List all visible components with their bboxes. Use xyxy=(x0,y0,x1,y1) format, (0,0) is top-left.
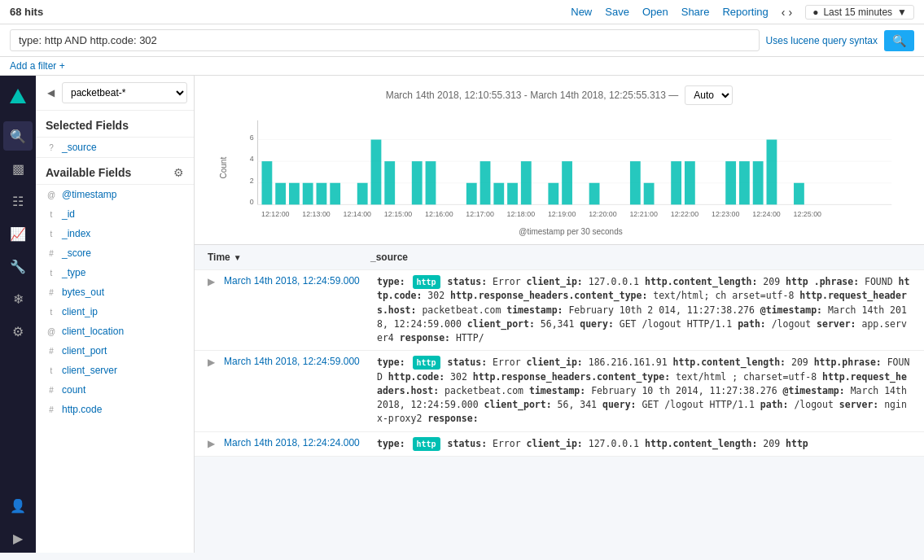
hits-count: 68 hits xyxy=(10,6,43,18)
expand-row-button[interactable]: ▶ xyxy=(208,275,217,287)
user-icon[interactable]: 👤 xyxy=(3,491,33,520)
table-row: ▶ March 14th 2018, 12:24:59.000 type: ht… xyxy=(195,270,924,351)
svg-rect-13 xyxy=(303,183,313,205)
svg-rect-34 xyxy=(739,161,750,204)
field-name-client-server: client_server xyxy=(62,365,117,376)
dev-tools-icon[interactable]: 🔧 xyxy=(3,252,33,281)
field-item-type[interactable]: t _type xyxy=(36,263,194,282)
svg-text:12:20:00: 12:20:00 xyxy=(589,210,617,218)
svg-marker-0 xyxy=(10,89,26,103)
svg-rect-16 xyxy=(357,183,368,205)
time-range-selector[interactable]: ● Last 15 minutes ▼ xyxy=(805,5,914,20)
field-item-id[interactable]: t _id xyxy=(36,204,194,224)
discover-icon[interactable]: 🔍 xyxy=(3,121,33,151)
svg-rect-37 xyxy=(794,183,804,205)
http-badge: http xyxy=(413,437,440,451)
histogram-chart: 0 2 4 6 xyxy=(234,112,908,225)
monitoring-icon[interactable]: ❄ xyxy=(3,284,33,313)
field-type-bytes-out: # xyxy=(46,288,57,297)
svg-rect-25 xyxy=(521,161,532,204)
svg-text:12:25:00: 12:25:00 xyxy=(794,210,822,218)
top-nav: 68 hits New Save Open Share Reporting ‹ … xyxy=(0,0,924,24)
timelion-icon[interactable]: 📈 xyxy=(3,219,33,248)
share-button[interactable]: Share xyxy=(681,6,710,18)
chart-wrapper: Count 0 2 4 6 xyxy=(211,112,908,236)
svg-rect-22 xyxy=(480,161,491,204)
open-button[interactable]: Open xyxy=(642,6,668,18)
search-input[interactable] xyxy=(10,29,760,51)
field-name-source: _source xyxy=(62,142,97,153)
field-item-client-port[interactable]: # client_port xyxy=(36,341,194,361)
field-item-bytes-out[interactable]: # bytes_out xyxy=(36,282,194,302)
settings-icon[interactable]: ⚙ xyxy=(3,317,33,346)
save-button[interactable]: Save xyxy=(605,6,629,18)
result-timestamp[interactable]: March 14th 2018, 12:24:59.000 xyxy=(224,356,377,367)
results-area: Time ▼ _source ▶ March 14th 2018, 12:24:… xyxy=(195,245,924,457)
fields-sidebar: ◀ packetbeat-* Selected Fields ? _source… xyxy=(36,76,195,553)
available-fields-section: Available Fields ⚙ xyxy=(36,157,194,185)
available-fields-list: @ @timestamp t _id t _index # _score t _… xyxy=(36,185,194,419)
dashboard-icon[interactable]: ☷ xyxy=(3,186,33,216)
expand-row-button[interactable]: ▶ xyxy=(208,356,217,368)
field-type-client-server: t xyxy=(46,366,57,375)
svg-text:2: 2 xyxy=(250,177,254,185)
field-type-client-location: @ xyxy=(46,327,57,336)
field-type-source: ? xyxy=(46,143,57,152)
field-item-timestamp[interactable]: @ @timestamp xyxy=(36,185,194,204)
help-icon[interactable]: ▶ xyxy=(3,523,33,553)
field-item-client-server[interactable]: t client_server xyxy=(36,361,194,380)
time-column-header[interactable]: Time ▼ xyxy=(208,252,370,263)
svg-text:12:17:00: 12:17:00 xyxy=(466,210,494,218)
svg-rect-35 xyxy=(753,161,764,204)
logo-icon[interactable] xyxy=(3,82,33,112)
index-pattern-select[interactable]: packetbeat-* xyxy=(62,82,187,103)
svg-rect-12 xyxy=(289,183,300,205)
reporting-button[interactable]: Reporting xyxy=(722,6,768,18)
next-arrow[interactable]: › xyxy=(788,6,792,19)
field-item-source[interactable]: ? _source xyxy=(36,138,194,157)
field-item-client-ip[interactable]: t client_ip xyxy=(36,302,194,322)
source-column-header: _source xyxy=(370,252,911,263)
search-bar: Uses lucene query syntax 🔍 xyxy=(0,24,924,57)
gear-icon[interactable]: ⚙ xyxy=(173,166,184,179)
interval-select[interactable]: Auto xyxy=(685,85,733,105)
field-type-score: # xyxy=(46,249,57,258)
svg-rect-33 xyxy=(725,161,736,204)
svg-rect-31 xyxy=(671,161,681,204)
svg-rect-24 xyxy=(507,183,518,205)
result-timestamp[interactable]: March 14th 2018, 12:24:59.000 xyxy=(224,275,377,287)
svg-rect-18 xyxy=(384,161,395,204)
result-timestamp[interactable]: March 14th 2018, 12:24:24.000 xyxy=(224,437,377,448)
field-item-count[interactable]: # count xyxy=(36,380,194,400)
table-row: ▶ March 14th 2018, 12:24:24.000 type: ht… xyxy=(195,432,924,457)
field-name-id: _id xyxy=(62,208,75,220)
svg-rect-36 xyxy=(767,140,777,205)
add-filter-button[interactable]: Add a filter + xyxy=(10,60,65,72)
visualize-icon[interactable]: ▩ xyxy=(3,154,33,183)
nav-arrows: ‹ › xyxy=(782,6,792,19)
available-fields-title: Available Fields xyxy=(46,166,173,179)
field-name-bytes-out: bytes_out xyxy=(62,287,104,298)
svg-rect-26 xyxy=(548,183,558,205)
prev-arrow[interactable]: ‹ xyxy=(782,6,786,19)
collapse-button[interactable]: ◀ xyxy=(42,85,59,101)
chart-area: March 14th 2018, 12:10:55.313 - March 14… xyxy=(195,76,924,245)
sort-arrow-icon: ▼ xyxy=(234,253,242,262)
index-selector: ◀ packetbeat-* xyxy=(36,76,194,111)
new-button[interactable]: New xyxy=(571,6,592,18)
field-item-http-code[interactable]: # http.code xyxy=(36,400,194,419)
field-item-index[interactable]: t _index xyxy=(36,224,194,243)
field-type-type: t xyxy=(46,269,57,278)
chevron-down-icon: ▼ xyxy=(897,7,907,18)
svg-rect-14 xyxy=(317,183,327,205)
results-header: Time ▼ _source xyxy=(195,245,924,270)
lucene-syntax-hint[interactable]: Uses lucene query syntax xyxy=(766,35,878,46)
search-button[interactable]: 🔍 xyxy=(884,30,914,51)
field-item-client-location[interactable]: @ client_location xyxy=(36,322,194,341)
table-row: ▶ March 14th 2018, 12:24:59.000 type: ht… xyxy=(195,351,924,431)
expand-row-button[interactable]: ▶ xyxy=(208,437,217,449)
selected-fields-list: ? _source xyxy=(36,138,194,157)
field-item-score[interactable]: # _score xyxy=(36,243,194,263)
svg-text:12:23:00: 12:23:00 xyxy=(712,210,740,218)
svg-text:12:14:00: 12:14:00 xyxy=(344,210,372,218)
